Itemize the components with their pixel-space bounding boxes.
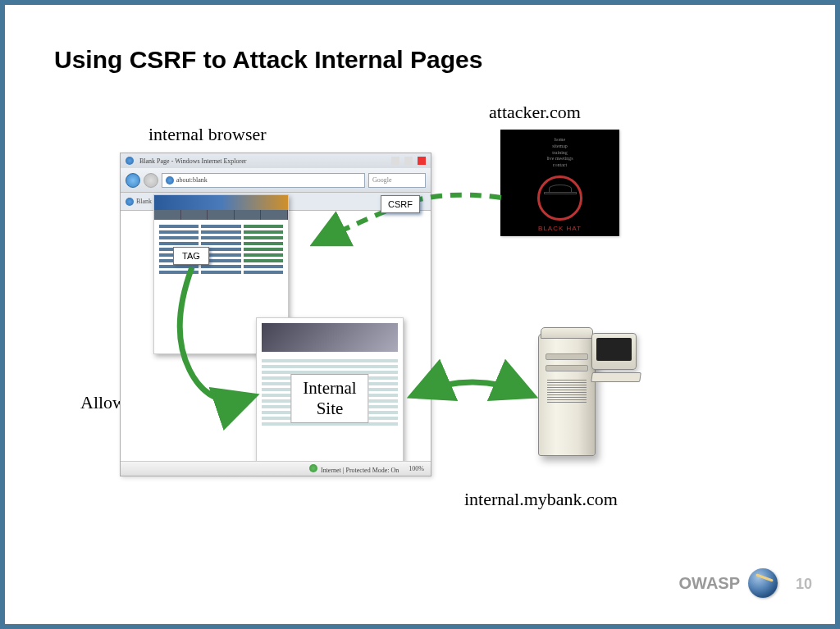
tag-callout: TAG <box>173 247 209 265</box>
globe-icon <box>309 464 317 472</box>
status-mode: Internet | Protected Mode: On <box>321 467 399 474</box>
page-banner <box>154 195 288 210</box>
browser-title-bar: Blank Page - Windows Internet Explorer <box>121 153 431 168</box>
browser-toolbar: about:blank Google <box>121 168 431 193</box>
csrf-callout: CSRF <box>381 195 420 213</box>
address-bar: about:blank <box>162 173 365 188</box>
footer: OWASP <box>679 568 778 598</box>
footer-org: OWASP <box>679 574 740 593</box>
page-hero-image <box>262 323 398 352</box>
zoom-level: 100% <box>409 465 424 472</box>
browser-title: Blank Page - Windows Internet Explorer <box>139 157 246 165</box>
blackhat-brand: BLACK HAT <box>538 225 582 232</box>
close-icon <box>418 157 426 165</box>
attacker-label: attacker.com <box>489 102 581 123</box>
attacker-text-lines: homesitemaptraininglive meetingscontact <box>546 137 573 169</box>
page-number: 10 <box>796 576 812 593</box>
embedded-page-internal: InternalSite <box>256 317 404 469</box>
server-keyboard-icon <box>591 372 641 382</box>
back-icon <box>126 173 140 188</box>
search-box: Google <box>368 173 426 188</box>
forward-icon <box>144 173 158 188</box>
internal-browser-label: internal browser <box>148 124 267 145</box>
server-label: internal.mybank.com <box>464 489 618 510</box>
page-icon <box>166 176 174 185</box>
internal-server <box>530 317 637 472</box>
server-monitor-icon <box>591 333 637 370</box>
blackhat-icon <box>537 175 582 221</box>
status-bar: Internet | Protected Mode: On 100% <box>121 461 431 476</box>
minimize-icon <box>391 157 399 165</box>
maximize-icon <box>404 157 413 165</box>
page-nav <box>154 210 288 220</box>
favorites-icon <box>126 198 134 206</box>
ie-icon <box>126 157 134 165</box>
slide-title: Using CSRF to Attack Internal Pages <box>54 46 482 74</box>
attacker-site: homesitemaptraininglive meetingscontact … <box>500 130 619 236</box>
internal-site-label: InternalSite <box>290 374 368 423</box>
owasp-logo-icon <box>748 568 778 598</box>
address-text: about:blank <box>176 176 208 184</box>
server-tower-icon <box>538 333 596 456</box>
arrow-internal-server <box>415 382 530 394</box>
